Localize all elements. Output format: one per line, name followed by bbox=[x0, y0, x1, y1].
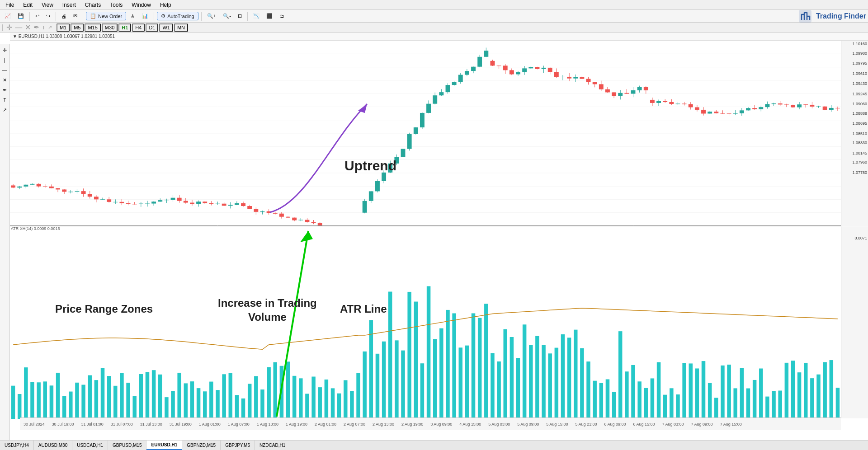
atr-scale: 0.0071 bbox=[841, 226, 868, 418]
new-order-button[interactable]: 📋 New Order bbox=[86, 12, 126, 20]
left-toolbar: ✛ | — ✕ ✒ T ↗ bbox=[0, 44, 10, 440]
pen-tool[interactable]: ✒ bbox=[1, 86, 9, 94]
timeframe-m5[interactable]: M5 bbox=[71, 23, 84, 32]
redo-button[interactable]: ↪ bbox=[43, 12, 53, 20]
atr-label: ATR XH(14) 0.0009 0.0015 bbox=[11, 226, 60, 231]
tab-eurusd-h1[interactable]: EURUSD,H1 bbox=[146, 441, 182, 450]
fit-button[interactable]: ⊡ bbox=[235, 12, 245, 20]
menu-help[interactable]: Help bbox=[158, 1, 173, 9]
menu-insert[interactable]: Insert bbox=[61, 1, 78, 9]
menu-window[interactable]: Window bbox=[130, 1, 153, 9]
timeframe-m30[interactable]: M30 bbox=[102, 23, 118, 32]
toolbar: 📈 💾 ↩ ↪ 🖨 ✉ 📋 New Order 🕯 📊 ⚙ AutoTradin… bbox=[0, 10, 868, 23]
menu-charts[interactable]: Charts bbox=[83, 1, 103, 9]
tab-audusd-m30[interactable]: AUDUSD,M30 bbox=[34, 441, 72, 450]
symbol-info: ▼ EURUSD,H1 1.03008 1.03067 1.02981 1.03… bbox=[10, 33, 868, 41]
timeframe-d1[interactable]: D1 bbox=[146, 23, 158, 32]
tf-cross: ✕ bbox=[25, 23, 31, 32]
timeframe-bar: | ✛ — ✕ ✒ T ↗ M1 M5 M15 M30 H1 H4 D1 W1 … bbox=[0, 23, 868, 33]
timeframe-m1[interactable]: M1 bbox=[57, 23, 70, 32]
crosshair-tool[interactable]: ✛ bbox=[1, 46, 9, 54]
timeframe-w1[interactable]: W1 bbox=[159, 23, 173, 32]
templates-button[interactable]: 🗂 bbox=[277, 12, 287, 20]
arrow-tool[interactable]: ↗ bbox=[1, 106, 9, 114]
text-tool[interactable]: T bbox=[1, 96, 9, 104]
chart-area: 1.10160 1.09980 1.09795 1.09610 1.09430 … bbox=[10, 41, 868, 440]
tab-gbpjpy-m5[interactable]: GBPJPY,M5 bbox=[221, 441, 255, 450]
zoom-in-button[interactable]: 🔍+ bbox=[204, 12, 219, 20]
tf-arrow: ↗ bbox=[48, 24, 52, 30]
timeframe-h1[interactable]: H1 bbox=[118, 23, 131, 32]
date-bar: 30 Jul 2024 30 Jul 19:00 31 Jul 01:00 31… bbox=[20, 417, 841, 430]
tf-separator1: | bbox=[2, 23, 4, 32]
price-chart[interactable] bbox=[10, 41, 841, 226]
menu-view[interactable]: View bbox=[40, 1, 55, 9]
tab-gbpusd-m15[interactable]: GBPUSD,M15 bbox=[108, 441, 146, 450]
tf-text: T bbox=[42, 25, 45, 30]
symbol-tabs: USDJPY,H4 AUDUSD,M30 USDCAD,H1 GBPUSD,M1… bbox=[0, 440, 868, 450]
timeframe-m15[interactable]: M15 bbox=[85, 23, 100, 32]
menu-edit[interactable]: Edit bbox=[21, 1, 34, 9]
atr-chart[interactable] bbox=[10, 226, 841, 419]
tab-nzdcad-h1[interactable]: NZDCAD,H1 bbox=[255, 441, 290, 450]
objects-button[interactable]: ⬛ bbox=[264, 12, 275, 20]
hline-tool[interactable]: — bbox=[1, 66, 9, 74]
tab-usdjpy-h4[interactable]: USDJPY,H4 bbox=[0, 441, 34, 450]
tf-line: — bbox=[15, 23, 22, 32]
cross-tool[interactable]: ✕ bbox=[1, 76, 9, 84]
tab-gbpnzd-m15[interactable]: GBPNZD,M15 bbox=[182, 441, 221, 450]
timeframe-h4[interactable]: H4 bbox=[132, 23, 145, 32]
undo-button[interactable]: ↩ bbox=[33, 12, 42, 20]
chart-mode-button[interactable]: 🕯 bbox=[127, 12, 138, 20]
indicators-button[interactable]: 📉 bbox=[250, 12, 262, 20]
tab-usdcad-h1[interactable]: USDCAD,H1 bbox=[72, 441, 108, 450]
menu-bar: File Edit View Insert Charts Tools Windo… bbox=[0, 0, 868, 10]
trading-finder-logo: Trading Finder bbox=[798, 9, 866, 23]
tf-pen: ✒ bbox=[33, 23, 39, 32]
trading-finder-text: Trading Finder bbox=[816, 12, 866, 20]
tf-cursor: ✛ bbox=[6, 23, 12, 32]
new-chart-button[interactable]: 📈 bbox=[2, 12, 14, 20]
line-chart-button[interactable]: 📊 bbox=[139, 12, 151, 20]
timeframe-mn[interactable]: MN bbox=[174, 23, 188, 32]
mail-button[interactable]: ✉ bbox=[71, 12, 80, 20]
line-tool[interactable]: | bbox=[1, 56, 9, 64]
print-button[interactable]: 🖨 bbox=[59, 12, 69, 20]
price-scale: 1.10160 1.09980 1.09795 1.09610 1.09430 … bbox=[841, 41, 868, 226]
save-button[interactable]: 💾 bbox=[15, 12, 27, 20]
zoom-out-button[interactable]: 🔍- bbox=[220, 12, 234, 20]
trading-finder-icon bbox=[798, 9, 812, 23]
menu-file[interactable]: File bbox=[4, 1, 16, 9]
menu-tools[interactable]: Tools bbox=[108, 1, 124, 9]
auto-trading-button[interactable]: ⚙ AutoTrading bbox=[157, 12, 198, 20]
